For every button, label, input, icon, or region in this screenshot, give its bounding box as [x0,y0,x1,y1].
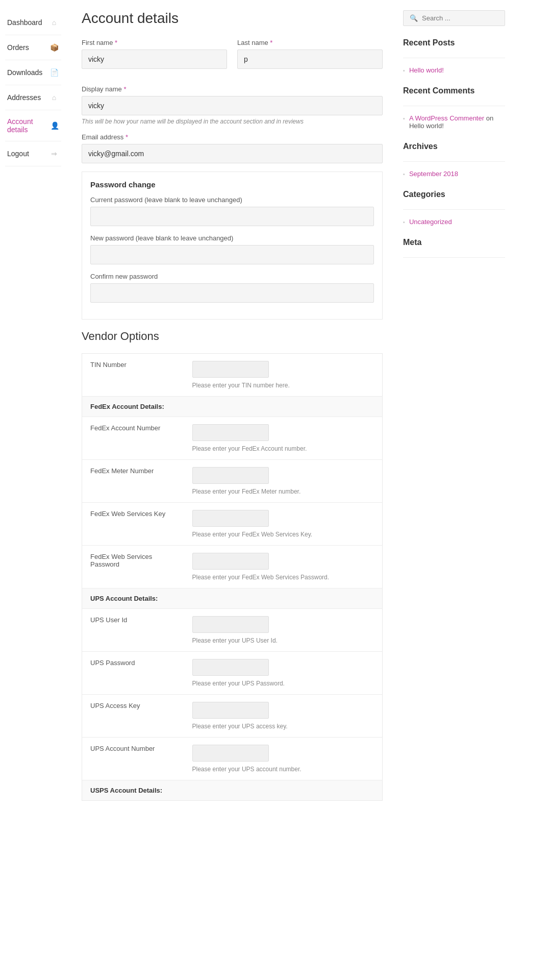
fedex-web-key-cell: Please enter your FedEx Web Services Key… [184,503,383,546]
fedex-meter-label: FedEx Meter Number [82,460,184,503]
table-row: FedEx Web Services Password Please enter… [82,546,383,589]
display-name-input[interactable] [82,96,383,115]
new-password-group: New password (leave blank to leave uncha… [90,234,374,264]
recent-posts-widget: Recent Posts ▪ Hello world! [403,38,505,74]
table-row: UPS Password Please enter your UPS Passw… [82,652,383,695]
display-name-label: Display name * [82,85,383,93]
table-row: UPS Account Details: [82,589,383,609]
ups-access-key-cell: Please enter your UPS access key. [184,695,383,738]
sidebar-item-downloads[interactable]: Downloads 📄 [5,60,61,85]
fedex-web-password-cell: Please enter your FedEx Web Services Pas… [184,546,383,589]
downloads-icon: 📄 [49,67,59,78]
recent-comments-widget: Recent Comments ▪ A WordPress Commenter … [403,86,505,130]
fedex-meter-cell: Please enter your FedEx Meter number. [184,460,383,503]
fedex-web-key-label: FedEx Web Services Key [82,503,184,546]
recent-comments-divider [403,106,505,106]
comment-text: A WordPress Commenter on Hello world! [409,114,505,130]
sidebar-item-account-details[interactable]: Account details 👤 [5,110,61,141]
meta-divider [403,257,505,258]
account-details-icon: 👤 [50,120,59,131]
table-row: USPS Account Details: [82,780,383,801]
first-name-label: First name * [82,39,227,46]
fedex-meter-hint: Please enter your FedEx Meter number. [192,488,301,495]
ups-access-key-input[interactable] [192,702,269,719]
table-row: TIN Number Please enter your TIN number … [82,354,383,397]
sidebar-item-logout[interactable]: Logout ⇒ [5,141,61,166]
fedex-web-key-input[interactable] [192,510,269,527]
sidebar-item-dashboard[interactable]: Dashboard ⌂ [5,10,61,35]
recent-post-link[interactable]: Hello world! [409,66,444,74]
ups-user-id-label: UPS User Id [82,609,184,652]
current-password-label: Current password (leave blank to leave u… [90,196,374,204]
ups-access-key-label: UPS Access Key [82,695,184,738]
search-box[interactable]: 🔍 [403,10,505,26]
tin-input[interactable] [192,361,269,378]
category-icon: ▪ [403,219,405,225]
table-row: UPS User Id Please enter your UPS User I… [82,609,383,652]
confirm-password-input[interactable] [90,283,374,303]
meta-widget: Meta [403,238,505,258]
display-name-hint: This will be how your name will be displ… [82,118,383,125]
comment-icon: ▪ [403,115,405,121]
password-section-title: Password change [90,180,374,196]
fedex-meter-input[interactable] [192,467,269,484]
archive-link[interactable]: September 2018 [409,170,458,178]
fedex-web-password-label: FedEx Web Services Password [82,546,184,589]
table-row: FedEx Account Details: [82,397,383,417]
tin-label: TIN Number [82,354,184,397]
fedex-account-number-cell: Please enter your FedEx Account number. [184,417,383,460]
usps-section-header: USPS Account Details: [82,780,383,801]
password-section: Password change Current password (leave … [82,172,383,320]
sidebar-item-orders[interactable]: Orders 📦 [5,35,61,60]
list-item: ▪ Uncategorized [403,218,505,226]
categories-divider [403,209,505,210]
search-input[interactable] [422,14,498,22]
new-password-label: New password (leave blank to leave uncha… [90,234,374,242]
display-name-group: Display name * This will be how your nam… [82,85,383,125]
sidebar-item-addresses[interactable]: Addresses ⌂ [5,85,61,110]
ups-user-id-input[interactable] [192,616,269,633]
ups-account-number-input[interactable] [192,745,269,762]
ups-password-cell: Please enter your UPS Password. [184,652,383,695]
current-password-input[interactable] [90,207,374,226]
name-row: First name * Last name * [82,39,383,77]
first-name-input[interactable] [82,50,227,69]
orders-icon: 📦 [49,42,59,53]
table-row: FedEx Meter Number Please enter your Fed… [82,460,383,503]
archives-divider [403,161,505,162]
last-name-input[interactable] [237,50,383,69]
archives-title: Archives [403,142,505,155]
vendor-table: TIN Number Please enter your TIN number … [82,353,383,801]
fedex-web-password-input[interactable] [192,553,269,570]
email-input[interactable] [82,144,383,163]
logout-icon: ⇒ [49,149,59,159]
list-item: ▪ Hello world! [403,66,505,74]
ups-password-hint: Please enter your UPS Password. [192,680,285,687]
ups-access-key-hint: Please enter your UPS access key. [192,723,288,730]
archives-widget: Archives ▪ September 2018 [403,142,505,178]
ups-account-number-hint: Please enter your UPS account number. [192,766,302,773]
list-item: ▪ September 2018 [403,170,505,178]
email-label: Email address * [82,133,383,141]
last-name-group: Last name * [237,39,383,69]
right-sidebar: 🔍 Recent Posts ▪ Hello world! Recent Com… [393,10,510,801]
table-row: FedEx Web Services Key Please enter your… [82,503,383,546]
table-row: FedEx Account Number Please enter your F… [82,417,383,460]
recent-posts-divider [403,58,505,58]
ups-user-id-cell: Please enter your UPS User Id. [184,609,383,652]
confirm-password-label: Confirm new password [90,273,374,280]
fedex-section-header: FedEx Account Details: [82,397,383,417]
search-icon: 🔍 [410,14,418,22]
ups-password-label: UPS Password [82,652,184,695]
table-row: UPS Access Key Please enter your UPS acc… [82,695,383,738]
post-icon: ▪ [403,67,405,74]
comment-author-link[interactable]: A WordPress Commenter [409,114,484,122]
ups-password-input[interactable] [192,659,269,676]
category-link[interactable]: Uncategorized [409,218,452,226]
tin-hint: Please enter your TIN number here. [192,382,290,389]
fedex-account-number-input[interactable] [192,424,269,441]
new-password-input[interactable] [90,245,374,264]
left-sidebar: Dashboard ⌂ Orders 📦 Downloads 📄 Address… [0,10,66,801]
table-row: UPS Account Number Please enter your UPS… [82,738,383,780]
archive-icon: ▪ [403,171,405,177]
